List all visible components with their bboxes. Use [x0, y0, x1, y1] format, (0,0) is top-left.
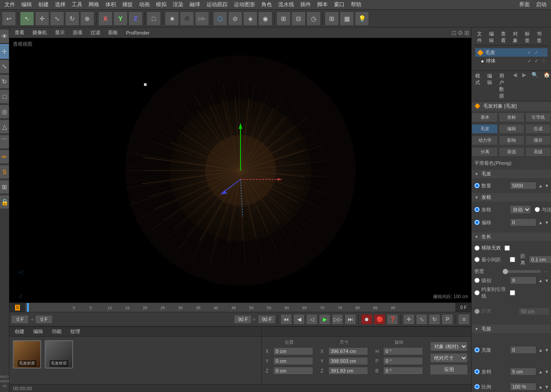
- size-x-input[interactable]: [328, 347, 368, 355]
- menu-volume[interactable]: 体积: [103, 0, 119, 9]
- left-view-btn[interactable]: 👁: [0, 29, 9, 43]
- rm-arrow-right[interactable]: ▶: [522, 72, 526, 100]
- prop-tab-hair[interactable]: 毛发: [472, 124, 497, 134]
- rm-tab-mode[interactable]: 模式: [473, 72, 482, 100]
- menu-interface[interactable]: 界面: [516, 0, 532, 9]
- size-y-input[interactable]: [328, 357, 368, 365]
- mat-tab-create[interactable]: 创建: [11, 327, 28, 336]
- pb-play[interactable]: ▶: [319, 314, 330, 325]
- density-thumb[interactable]: [503, 269, 508, 274]
- menu-tools[interactable]: 工具: [69, 0, 85, 9]
- menu-create[interactable]: 创建: [35, 0, 51, 9]
- render-anim[interactable]: ▷▷: [195, 12, 209, 26]
- timeline-ruler[interactable]: 0 5 10 15 20 25 30 35 40 45 50 55 60 65: [25, 303, 455, 312]
- guide-limit-check[interactable]: [510, 290, 515, 295]
- ratio-up[interactable]: ▲: [538, 384, 543, 389]
- grow-radio[interactable]: [474, 369, 480, 374]
- grid-btn[interactable]: ⊞: [325, 12, 339, 26]
- timeline-cursor[interactable]: [27, 303, 29, 312]
- z-axis-btn[interactable]: Z: [128, 12, 143, 26]
- pb-go-end[interactable]: ⏭: [345, 314, 356, 325]
- light-btn[interactable]: 💡: [355, 12, 369, 26]
- rm-tab-edit[interactable]: 编辑: [485, 72, 494, 100]
- vp-tab-prorender[interactable]: ProRender: [122, 29, 153, 36]
- menu-render[interactable]: 渲染: [170, 0, 186, 9]
- pb-auto-key[interactable]: 🔴: [374, 314, 385, 325]
- guide-dist-radio[interactable]: [474, 309, 480, 314]
- left-rotate-btn[interactable]: ↻: [0, 74, 9, 89]
- playback-start2-field[interactable]: [35, 315, 53, 324]
- left-sphere-btn[interactable]: ◎: [0, 105, 9, 119]
- menu-plugins[interactable]: 插件: [298, 0, 314, 9]
- hair-count-up[interactable]: ▲: [538, 183, 543, 188]
- rm-home[interactable]: 🏠: [543, 72, 550, 100]
- menu-motion-graph[interactable]: 运动图形: [231, 0, 258, 9]
- rm-search[interactable]: 🔍: [532, 72, 538, 100]
- pb-go-start[interactable]: ⏮: [280, 314, 292, 325]
- rm-arrow-left[interactable]: ◀: [513, 72, 517, 100]
- prop-tab-edit[interactable]: 编辑: [499, 124, 524, 134]
- mat-tab-function[interactable]: 功能: [48, 327, 65, 336]
- prop-tab-cache[interactable]: 缓存: [525, 136, 551, 145]
- left-box-btn[interactable]: □: [0, 89, 9, 104]
- toggle-points[interactable]: ⬡: [213, 12, 227, 26]
- hair-visibility-icon[interactable]: ✓: [528, 50, 531, 55]
- mat-tab-texture[interactable]: 纹理: [67, 327, 84, 336]
- prop-tab-dynamics[interactable]: 动力学: [472, 136, 497, 145]
- clump-radio[interactable]: [474, 347, 480, 353]
- rt-tab-tag[interactable]: 标签: [523, 30, 532, 44]
- material-swatch-0[interactable]: 毛发材质: [13, 340, 41, 369]
- root-offset-radio[interactable]: [474, 220, 480, 225]
- normal-align-radio[interactable]: [535, 207, 540, 212]
- clump-down[interactable]: ▼: [544, 348, 549, 353]
- rm-tab-userdata[interactable]: 用户数据: [497, 72, 506, 100]
- root-type-select[interactable]: 自动: [510, 205, 531, 214]
- clump-up[interactable]: ▲: [538, 348, 543, 353]
- menu-window[interactable]: 窗口: [331, 0, 347, 9]
- main-viewport[interactable]: 透视视图: [9, 38, 471, 303]
- menu-scripts[interactable]: 脚本: [314, 0, 330, 9]
- root-section-header[interactable]: ▼ 发根: [472, 193, 551, 202]
- rotate-tool[interactable]: ↻: [65, 12, 79, 26]
- ratio-radio[interactable]: [474, 384, 480, 389]
- menu-motion-track[interactable]: 运动跟踪: [204, 0, 230, 9]
- rt-tab-edit[interactable]: 编辑: [487, 30, 496, 44]
- grow-down[interactable]: ▼: [544, 369, 549, 374]
- dist-input[interactable]: [529, 256, 551, 264]
- pb-record[interactable]: ⏺: [361, 314, 373, 325]
- sphere-render-icon[interactable]: ✓: [535, 58, 538, 63]
- rot-h-input[interactable]: [383, 347, 423, 355]
- toggle-polys[interactable]: ◈: [243, 12, 257, 26]
- left-cone-btn[interactable]: △: [0, 120, 9, 134]
- density-slider[interactable]: [503, 270, 540, 273]
- rt-tab-view[interactable]: 查看: [499, 30, 508, 44]
- pb-loop[interactable]: ↻: [429, 314, 440, 325]
- apply-button[interactable]: 应用: [430, 365, 468, 375]
- hair-extra-icon[interactable]: ⚙: [542, 50, 546, 55]
- vp-tab-panel[interactable]: 面板: [105, 28, 121, 37]
- prop-tab-filter[interactable]: 筛选: [499, 147, 524, 157]
- left-move-btn[interactable]: ✛: [0, 44, 9, 58]
- toggle-edges[interactable]: ⊘: [228, 12, 242, 26]
- pb-play-fast[interactable]: ▷▷: [332, 314, 343, 325]
- root-offset-up[interactable]: ▲: [538, 220, 543, 225]
- clump-section-header[interactable]: ▼ 毛簇: [472, 325, 551, 333]
- grow-input[interactable]: [510, 368, 536, 376]
- snap2-btn[interactable]: ⊟: [291, 12, 306, 26]
- remove-multi-check[interactable]: [504, 245, 510, 251]
- mat-tab-edit[interactable]: 编辑: [30, 327, 47, 336]
- pb-timeline[interactable]: ≡: [458, 314, 470, 325]
- hair-count-down[interactable]: ▼: [544, 183, 549, 188]
- menu-edit[interactable]: 编辑: [19, 0, 35, 9]
- material-swatch-1[interactable]: 毛发材层: [45, 340, 73, 369]
- rt-tab-object[interactable]: 对象: [511, 30, 520, 44]
- min-dist-check[interactable]: [510, 257, 515, 262]
- pb-key-type[interactable]: ❓: [387, 314, 398, 325]
- transform-tool[interactable]: ⊕: [80, 12, 94, 26]
- rot-p-input[interactable]: [383, 357, 423, 365]
- x-axis-btn[interactable]: X: [98, 12, 113, 26]
- menu-file[interactable]: 文件: [2, 0, 18, 9]
- left-bend-btn[interactable]: ⌒: [0, 135, 9, 149]
- left-mirror-btn[interactable]: ⊞: [0, 180, 9, 194]
- hair-count-radio[interactable]: [474, 183, 480, 188]
